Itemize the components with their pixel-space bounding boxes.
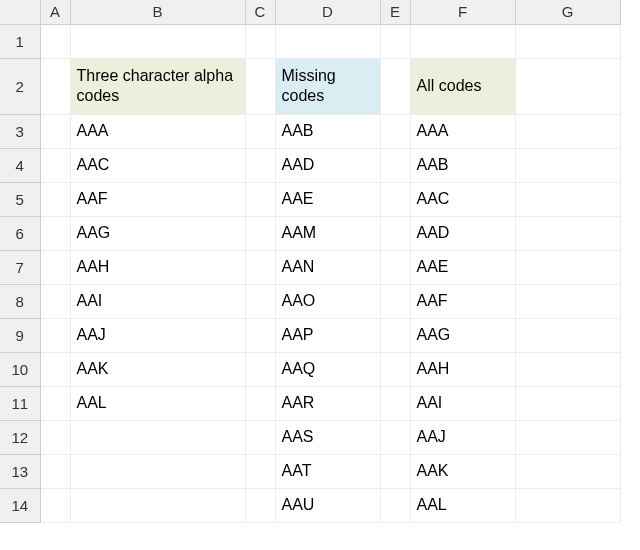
cell-C11[interactable]: [245, 386, 275, 420]
cell-E8[interactable]: [380, 284, 410, 318]
row-header-1[interactable]: 1: [0, 24, 40, 58]
cell-F3[interactable]: AAA: [410, 114, 515, 148]
cell-B6[interactable]: AAG: [70, 216, 245, 250]
cell-D5[interactable]: AAE: [275, 182, 380, 216]
cell-D11[interactable]: AAR: [275, 386, 380, 420]
cell-B10[interactable]: AAK: [70, 352, 245, 386]
col-header-D[interactable]: D: [275, 0, 380, 24]
cell-F6[interactable]: AAD: [410, 216, 515, 250]
cell-A7[interactable]: [40, 250, 70, 284]
cell-D9[interactable]: AAP: [275, 318, 380, 352]
cell-C12[interactable]: [245, 420, 275, 454]
cell-A9[interactable]: [40, 318, 70, 352]
select-all-corner[interactable]: [0, 0, 40, 24]
cell-D13[interactable]: AAT: [275, 454, 380, 488]
cell-B13[interactable]: [70, 454, 245, 488]
cell-B1[interactable]: [70, 24, 245, 58]
cell-B3[interactable]: AAA: [70, 114, 245, 148]
cell-G6[interactable]: [515, 216, 620, 250]
cell-A1[interactable]: [40, 24, 70, 58]
cell-D10[interactable]: AAQ: [275, 352, 380, 386]
cell-C6[interactable]: [245, 216, 275, 250]
header-all[interactable]: All codes: [410, 58, 515, 114]
cell-B7[interactable]: AAH: [70, 250, 245, 284]
row-header-10[interactable]: 10: [0, 352, 40, 386]
cell-C10[interactable]: [245, 352, 275, 386]
cell-D12[interactable]: AAS: [275, 420, 380, 454]
cell-C3[interactable]: [245, 114, 275, 148]
row-header-5[interactable]: 5: [0, 182, 40, 216]
cell-F5[interactable]: AAC: [410, 182, 515, 216]
cell-A3[interactable]: [40, 114, 70, 148]
row-header-3[interactable]: 3: [0, 114, 40, 148]
row-header-8[interactable]: 8: [0, 284, 40, 318]
cell-G11[interactable]: [515, 386, 620, 420]
cell-G10[interactable]: [515, 352, 620, 386]
header-three-char[interactable]: Three character alpha codes: [70, 58, 245, 114]
row-header-14[interactable]: 14: [0, 488, 40, 522]
cell-F8[interactable]: AAF: [410, 284, 515, 318]
cell-C13[interactable]: [245, 454, 275, 488]
cell-B11[interactable]: AAL: [70, 386, 245, 420]
cell-C4[interactable]: [245, 148, 275, 182]
cell-A13[interactable]: [40, 454, 70, 488]
cell-D6[interactable]: AAM: [275, 216, 380, 250]
col-header-A[interactable]: A: [40, 0, 70, 24]
cell-G13[interactable]: [515, 454, 620, 488]
cell-A12[interactable]: [40, 420, 70, 454]
col-header-E[interactable]: E: [380, 0, 410, 24]
row-header-13[interactable]: 13: [0, 454, 40, 488]
cell-A5[interactable]: [40, 182, 70, 216]
cell-D7[interactable]: AAN: [275, 250, 380, 284]
cell-F11[interactable]: AAI: [410, 386, 515, 420]
cell-A14[interactable]: [40, 488, 70, 522]
cell-F13[interactable]: AAK: [410, 454, 515, 488]
cell-F9[interactable]: AAG: [410, 318, 515, 352]
row-header-6[interactable]: 6: [0, 216, 40, 250]
cell-C14[interactable]: [245, 488, 275, 522]
cell-A10[interactable]: [40, 352, 70, 386]
cell-E5[interactable]: [380, 182, 410, 216]
col-header-G[interactable]: G: [515, 0, 620, 24]
cell-B4[interactable]: AAC: [70, 148, 245, 182]
cell-D1[interactable]: [275, 24, 380, 58]
cell-F14[interactable]: AAL: [410, 488, 515, 522]
cell-G1[interactable]: [515, 24, 620, 58]
cell-E13[interactable]: [380, 454, 410, 488]
cell-G2[interactable]: [515, 58, 620, 114]
cell-C8[interactable]: [245, 284, 275, 318]
cell-A4[interactable]: [40, 148, 70, 182]
cell-D4[interactable]: AAD: [275, 148, 380, 182]
row-header-7[interactable]: 7: [0, 250, 40, 284]
col-header-B[interactable]: B: [70, 0, 245, 24]
cell-D8[interactable]: AAO: [275, 284, 380, 318]
cell-E7[interactable]: [380, 250, 410, 284]
cell-B5[interactable]: AAF: [70, 182, 245, 216]
cell-C9[interactable]: [245, 318, 275, 352]
row-header-9[interactable]: 9: [0, 318, 40, 352]
cell-F4[interactable]: AAB: [410, 148, 515, 182]
cell-A11[interactable]: [40, 386, 70, 420]
cell-E9[interactable]: [380, 318, 410, 352]
row-header-4[interactable]: 4: [0, 148, 40, 182]
cell-E6[interactable]: [380, 216, 410, 250]
cell-E12[interactable]: [380, 420, 410, 454]
cell-B9[interactable]: AAJ: [70, 318, 245, 352]
cell-E11[interactable]: [380, 386, 410, 420]
cell-D14[interactable]: AAU: [275, 488, 380, 522]
header-missing[interactable]: Missing codes: [275, 58, 380, 114]
cell-E10[interactable]: [380, 352, 410, 386]
cell-C7[interactable]: [245, 250, 275, 284]
cell-E3[interactable]: [380, 114, 410, 148]
cell-B8[interactable]: AAI: [70, 284, 245, 318]
cell-F10[interactable]: AAH: [410, 352, 515, 386]
cell-A2[interactable]: [40, 58, 70, 114]
cell-E2[interactable]: [380, 58, 410, 114]
cell-G3[interactable]: [515, 114, 620, 148]
cell-G5[interactable]: [515, 182, 620, 216]
col-header-C[interactable]: C: [245, 0, 275, 24]
cell-C2[interactable]: [245, 58, 275, 114]
cell-G4[interactable]: [515, 148, 620, 182]
cell-F7[interactable]: AAE: [410, 250, 515, 284]
cell-B14[interactable]: [70, 488, 245, 522]
